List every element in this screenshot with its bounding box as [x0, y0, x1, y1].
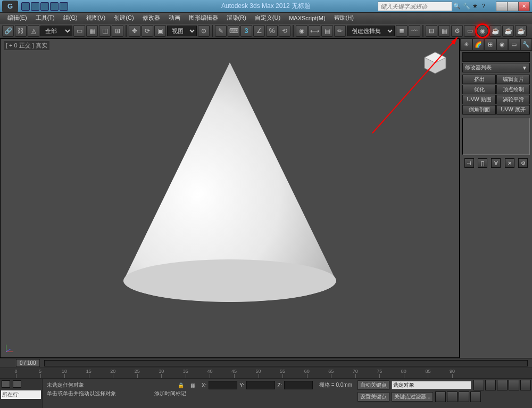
menu-create[interactable]: 创建(C): [110, 14, 138, 22]
tab-modify-icon[interactable]: 🌈: [472, 38, 485, 51]
qa-undo-icon[interactable]: [50, 2, 59, 11]
render-production-icon[interactable]: ◉: [477, 25, 488, 37]
viewcube[interactable]: [422, 50, 448, 76]
help-icon[interactable]: ?: [482, 3, 489, 10]
prev-frame-icon[interactable]: [485, 380, 496, 390]
menu-edit[interactable]: 编辑(E): [3, 14, 31, 22]
coord-z[interactable]: [284, 381, 313, 389]
pin-stack-icon[interactable]: ⊣: [464, 158, 474, 168]
select-icon[interactable]: ▭: [73, 25, 85, 37]
quick-align-icon[interactable]: ✏: [334, 25, 346, 37]
percent-snap-icon[interactable]: %: [266, 25, 278, 37]
object-name-field[interactable]: [462, 52, 530, 62]
curve-editor-icon[interactable]: 〰: [409, 25, 420, 37]
show-end-icon[interactable]: ∏: [478, 158, 487, 168]
qa-open-icon[interactable]: [31, 2, 39, 11]
star-icon[interactable]: ★: [472, 3, 480, 10]
render-setup-icon[interactable]: ⚙: [451, 25, 463, 37]
tab-create-icon[interactable]: ✳: [460, 38, 472, 51]
mod-uvwunwrap[interactable]: UVW 展开: [496, 105, 530, 115]
menu-tools[interactable]: 工具(T): [31, 14, 59, 22]
maximize-button[interactable]: ▭: [507, 2, 519, 11]
mod-bevelprofile[interactable]: 倒角剖面: [462, 105, 496, 115]
menu-customize[interactable]: 自定义(U): [251, 14, 285, 22]
teapot3-icon[interactable]: ☕: [515, 25, 527, 37]
time-position[interactable]: 0 / 100: [16, 359, 40, 367]
unlink-icon[interactable]: ⛓: [15, 25, 27, 37]
mirror-icon[interactable]: ⟷: [309, 25, 320, 37]
wrench-icon[interactable]: 🔧: [463, 3, 470, 10]
schematic-icon[interactable]: ⊟: [426, 25, 437, 37]
mod-optimize[interactable]: 优化: [462, 85, 496, 94]
time-track[interactable]: [44, 360, 528, 366]
nav-pan-icon[interactable]: [447, 391, 458, 402]
bind-icon[interactable]: ◬: [28, 25, 39, 37]
goto-start-icon[interactable]: [473, 380, 484, 390]
select-region-icon[interactable]: ◫: [99, 25, 111, 37]
tab-motion-icon[interactable]: ◉: [496, 38, 509, 51]
close-button[interactable]: ✕: [518, 2, 530, 11]
cone-object[interactable]: [113, 57, 347, 314]
select-name-icon[interactable]: ▦: [86, 25, 98, 37]
mod-vertexpaint[interactable]: 顶点绘制: [496, 85, 530, 94]
add-time-tag[interactable]: 添加时间标记: [154, 390, 186, 397]
move-icon[interactable]: ✥: [129, 25, 140, 37]
mod-extrude[interactable]: 挤出: [462, 75, 496, 84]
selected-object-field[interactable]: [392, 381, 471, 389]
mini-icon-2[interactable]: [13, 380, 21, 388]
nav-max-icon[interactable]: [470, 391, 481, 402]
tab-display-icon[interactable]: ▭: [508, 38, 520, 51]
make-unique-icon[interactable]: ∀: [491, 158, 501, 168]
pivot-icon[interactable]: ⊙: [198, 25, 210, 37]
remove-mod-icon[interactable]: ✕: [505, 158, 514, 168]
selection-filter[interactable]: 全部: [40, 26, 72, 36]
manipulate-icon[interactable]: ✎: [215, 25, 227, 37]
coord-x[interactable]: [209, 381, 237, 389]
app-logo[interactable]: G: [2, 1, 18, 12]
tab-utilities-icon[interactable]: 🔧: [520, 38, 533, 51]
mod-uvwmap[interactable]: UVW 贴图: [462, 95, 496, 104]
tab-hierarchy-icon[interactable]: ⊞: [484, 38, 496, 51]
auto-key-button[interactable]: 自动关键点: [358, 380, 389, 390]
modifier-list-dropdown[interactable]: 修改器列表▼: [462, 63, 530, 72]
set-key-button[interactable]: 设置关键点: [358, 392, 389, 402]
link-icon[interactable]: 🔗: [2, 25, 14, 37]
play-icon[interactable]: [497, 380, 508, 390]
menu-graph[interactable]: 图形编辑器: [185, 14, 222, 22]
layers-icon[interactable]: ≣: [396, 25, 408, 37]
mini-icon-1[interactable]: [2, 380, 10, 388]
viewport-label[interactable]: [ + 0 正交 ] 真实: [4, 41, 49, 50]
script-mini-listener[interactable]: 所在行:: [0, 379, 43, 408]
time-ruler[interactable]: 051015202530354045505560657075808590: [0, 368, 532, 378]
configure-icon[interactable]: ⚙: [518, 158, 528, 168]
menu-maxscript[interactable]: MAXScript(M): [285, 15, 329, 21]
scale-icon[interactable]: ▣: [154, 25, 166, 37]
ref-coord-system[interactable]: 视图: [167, 26, 197, 36]
nav-zoom-icon[interactable]: [435, 391, 446, 402]
menu-render[interactable]: 渲染(R): [222, 14, 251, 22]
teapot1-icon[interactable]: ☕: [489, 25, 501, 37]
window-crossing-icon[interactable]: ⊞: [112, 25, 123, 37]
named-selection-sets[interactable]: 创建选择集: [347, 26, 395, 36]
time-slider[interactable]: 0 / 100: [0, 358, 532, 368]
mod-editpatch[interactable]: 编辑面片: [496, 75, 530, 84]
nav-orbit-icon[interactable]: [459, 391, 469, 402]
help-search-input[interactable]: [378, 2, 452, 11]
qa-redo-icon[interactable]: [60, 2, 68, 11]
next-frame-icon[interactable]: [509, 380, 519, 390]
modifier-stack[interactable]: [462, 118, 530, 155]
mod-turbosmooth[interactable]: 涡轮平滑: [496, 95, 530, 104]
named-sel-icon[interactable]: ◉: [296, 25, 307, 37]
teapot2-icon[interactable]: ☕: [502, 25, 514, 37]
menu-animation[interactable]: 动画: [164, 14, 185, 22]
viewport[interactable]: [ + 0 正交 ] 真实: [0, 38, 460, 358]
keyboard-icon[interactable]: ⌨: [228, 25, 239, 37]
snap-toggle-icon[interactable]: 3: [240, 25, 252, 37]
angle-snap-icon[interactable]: ∠: [253, 25, 265, 37]
rotate-icon[interactable]: ⟳: [142, 25, 153, 37]
minimize-button[interactable]: —: [496, 2, 508, 11]
menu-help[interactable]: 帮助(H): [330, 14, 358, 22]
qa-save-icon[interactable]: [40, 2, 49, 11]
infocenter-icon[interactable]: 🔍: [453, 3, 461, 10]
align-icon[interactable]: ▤: [321, 25, 333, 37]
